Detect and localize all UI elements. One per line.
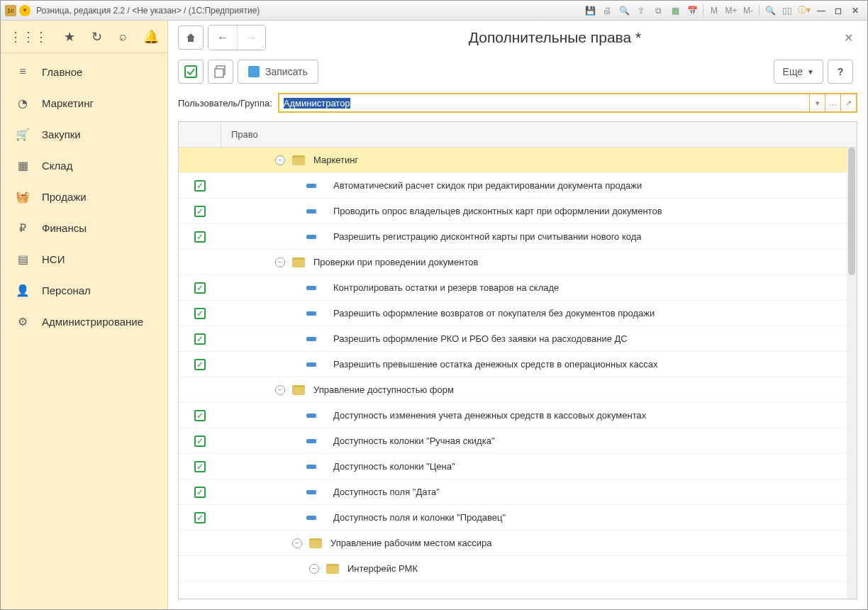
tree-folder-row[interactable]: −Маркетинг xyxy=(179,148,857,173)
calendar-icon[interactable]: 📅 xyxy=(684,4,700,18)
notifications-icon[interactable]: 🔔 xyxy=(143,29,159,45)
grid-header: Право xyxy=(179,122,857,148)
tree-folder-row[interactable]: −Управление рабочим местом кассира xyxy=(179,531,857,556)
check-all-button[interactable] xyxy=(178,60,204,84)
combo-open-icon[interactable]: ↗ xyxy=(840,94,856,111)
sidebar-item-label: Финансы xyxy=(42,222,87,234)
item-bullet-icon xyxy=(306,439,316,443)
tree-folder-row[interactable]: −Управление доступностью форм xyxy=(179,377,857,403)
user-group-combo[interactable]: ▾ … ↗ xyxy=(278,93,857,113)
calc-icon[interactable]: ▦ xyxy=(667,4,683,18)
row-label: Доступность колонки "Цена" xyxy=(333,461,455,472)
save-icon[interactable]: 💾 xyxy=(582,4,598,18)
expander-icon[interactable]: − xyxy=(309,564,319,574)
tree-item-row[interactable]: ✓Разрешить оформление возвратов от покуп… xyxy=(179,301,857,326)
tree-folder-row[interactable]: −Интерфейс РМК xyxy=(179,556,857,582)
print-icon[interactable]: 🖨 xyxy=(599,4,615,18)
sidebar-item-pie[interactable]: ◔Маркетинг xyxy=(1,87,167,118)
sidebar-item-menu[interactable]: ≡Главное xyxy=(1,56,167,87)
sidebar-item-gear[interactable]: ⚙Администрирование xyxy=(1,306,167,337)
combo-dropdown-icon[interactable]: ▾ xyxy=(809,94,825,111)
uncheck-all-button[interactable] xyxy=(208,60,233,84)
row-checkbox[interactable]: ✓ xyxy=(194,436,206,447)
row-label: Автоматический расчет скидок при редакти… xyxy=(333,180,642,191)
tree-item-row[interactable]: ✓Разрешить регистрацию дисконтной карты … xyxy=(179,224,857,250)
maximize-icon[interactable]: ◻ xyxy=(830,4,846,18)
back-button[interactable]: ← xyxy=(208,26,237,50)
panels-icon[interactable]: ▯▯ xyxy=(779,4,795,18)
more-button[interactable]: Еще ▼ xyxy=(774,60,823,84)
compare-icon[interactable]: ⧉ xyxy=(650,4,666,18)
favorites-icon[interactable]: ★ xyxy=(64,29,75,45)
row-checkbox[interactable]: ✓ xyxy=(194,512,206,523)
user-group-input[interactable] xyxy=(279,94,809,111)
tree-item-row[interactable]: ✓Доступность поля и колонки "Продавец" xyxy=(179,505,857,531)
tree-item-row[interactable]: ✓Контролировать остатки и резерв товаров… xyxy=(179,275,857,301)
tree-item-row[interactable]: ✓Разрешить превышение остатка денежных с… xyxy=(179,352,857,377)
tree-item-row[interactable]: ✓Доступность колонки "Ручная скидка" xyxy=(179,428,857,454)
info-icon[interactable]: ⓘ▾ xyxy=(796,4,812,18)
item-bullet-icon xyxy=(306,337,316,341)
tree-item-row[interactable]: ✓Проводить опрос владельцев дисконтных к… xyxy=(179,199,857,224)
row-label: Доступность поля и колонки "Продавец" xyxy=(333,512,506,523)
search-icon[interactable]: ⌕ xyxy=(119,29,127,44)
sidebar-item-label: Главное xyxy=(42,66,82,78)
sidebar-item-book[interactable]: ▤НСИ xyxy=(1,243,167,274)
export-icon[interactable]: ⇪ xyxy=(633,4,649,18)
row-label: Управление доступностью форм xyxy=(313,384,454,395)
basket-icon: 🧺 xyxy=(15,190,30,204)
tree-item-row[interactable]: ✓Доступность поля "Дата" xyxy=(179,479,857,505)
tree-item-row[interactable]: ✓Автоматический расчет скидок при редакт… xyxy=(179,173,857,199)
item-bullet-icon xyxy=(306,490,316,494)
tree-item-row[interactable]: ✓Доступность колонки "Цена" xyxy=(179,454,857,479)
tree-item-row[interactable]: ✓Разрешить оформление РКО и РБО без заяв… xyxy=(179,326,857,352)
tab-close-icon[interactable]: ✕ xyxy=(840,27,857,49)
vertical-scrollbar[interactable] xyxy=(847,148,857,599)
row-label: Управление рабочим местом кассира xyxy=(330,538,492,548)
row-checkbox[interactable]: ✓ xyxy=(194,180,206,192)
row-checkbox[interactable]: ✓ xyxy=(194,333,206,345)
row-label: Маркетинг xyxy=(313,155,358,165)
zoom-icon[interactable]: 🔍 xyxy=(762,4,778,18)
row-checkbox[interactable]: ✓ xyxy=(194,410,206,421)
item-bullet-icon xyxy=(306,465,316,469)
tree-item-row[interactable]: ✓Доступность изменения учета денежных ср… xyxy=(179,403,857,428)
row-checkbox[interactable]: ✓ xyxy=(194,308,206,319)
sidebar-item-person[interactable]: 👤Персонал xyxy=(1,274,167,306)
sidebar-toolbar: ⋮⋮⋮ ★ ↻ ⌕ 🔔 xyxy=(1,21,167,53)
m-icon[interactable]: M xyxy=(706,4,722,18)
row-checkbox[interactable]: ✓ xyxy=(194,359,206,370)
expander-icon[interactable]: − xyxy=(275,385,285,395)
m-plus-icon[interactable]: M+ xyxy=(723,4,739,18)
expander-icon[interactable]: − xyxy=(275,155,285,165)
tree-folder-row[interactable]: −Проверки при проведении документов xyxy=(179,250,857,275)
sidebar-item-grid[interactable]: ▦Склад xyxy=(1,150,167,181)
sidebar-item-cart[interactable]: 🛒Закупки xyxy=(1,118,167,150)
gear-icon: ⚙ xyxy=(15,315,30,328)
preview-icon[interactable]: 🔍 xyxy=(616,4,632,18)
close-icon[interactable]: ✕ xyxy=(847,4,863,18)
history-icon[interactable]: ↻ xyxy=(91,29,102,45)
home-button[interactable] xyxy=(178,26,204,50)
window-title: Розница, редакция 2.2 / <Не указан> / (1… xyxy=(36,6,260,16)
apps-icon[interactable]: ⋮⋮⋮ xyxy=(9,29,48,45)
row-checkbox[interactable]: ✓ xyxy=(194,206,206,217)
combo-select-icon[interactable]: … xyxy=(825,94,840,111)
row-checkbox[interactable]: ✓ xyxy=(194,461,206,472)
row-checkbox[interactable]: ✓ xyxy=(194,487,206,498)
m-minus-icon[interactable]: M- xyxy=(740,4,756,18)
row-label: Проверки при проведении документов xyxy=(313,257,478,267)
app-menu-dropdown-icon[interactable]: ▼ xyxy=(19,5,30,16)
expander-icon[interactable]: − xyxy=(275,257,285,267)
expander-icon[interactable]: − xyxy=(292,538,302,548)
minimize-icon[interactable]: — xyxy=(813,4,829,18)
help-button[interactable]: ? xyxy=(828,60,853,84)
save-button[interactable]: Записать xyxy=(238,60,318,84)
sidebar-item-coin[interactable]: ₽Финансы xyxy=(1,212,167,243)
sidebar-item-basket[interactable]: 🧺Продажи xyxy=(1,181,167,212)
row-checkbox[interactable]: ✓ xyxy=(194,282,206,294)
forward-button[interactable]: → xyxy=(237,26,265,50)
row-checkbox[interactable]: ✓ xyxy=(194,231,206,243)
more-button-label: Еще xyxy=(783,66,803,77)
item-bullet-icon xyxy=(306,235,316,239)
